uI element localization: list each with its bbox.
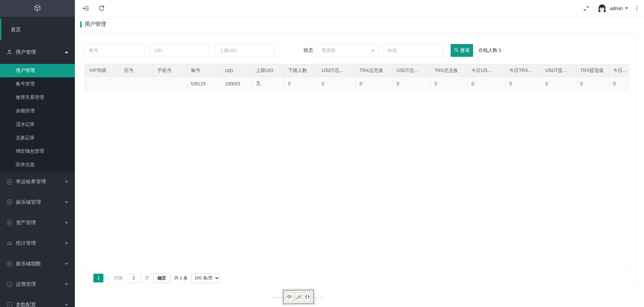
username-label[interactable]: admin (610, 6, 623, 11)
col-header: 今日TRX... (505, 64, 541, 77)
submenu-item-exchange-records[interactable]: 兑换记录 (0, 131, 75, 145)
submenu-item-label: 绑定钱包管理 (16, 148, 44, 154)
submenu-item-wallet-binding[interactable]: 绑定钱包管理 (0, 145, 75, 158)
search-button-label: 搜索 (460, 47, 470, 53)
title-band: 用户管理 (75, 17, 644, 32)
cell-usdt-total-exchange: 0 (393, 77, 430, 90)
time-input[interactable] (383, 44, 443, 57)
sidebar-item-home[interactable]: 首页 (0, 19, 75, 40)
sidebar-item-parameter-config[interactable]: 参数配置 (0, 295, 75, 307)
goto-page-input[interactable] (127, 274, 141, 282)
status-select-placeholder: 请选择 (321, 47, 335, 53)
cell-area-code (120, 77, 153, 90)
confirm-button[interactable]: 确定 (153, 273, 171, 283)
col-header: UID (221, 64, 252, 77)
table-header-row: VIP等级 区号 手机号 账号 UID 上级UID 下级人数 USDT总... … (85, 64, 630, 77)
sidebar-item-label: 用户管理 (16, 49, 65, 55)
stamp-char: 中 (286, 293, 293, 301)
cell-trx-total-exchange: 0 (430, 77, 467, 90)
sidebar-item-statistics[interactable]: 统计管理 (0, 233, 75, 254)
chevron-down-icon (65, 201, 68, 203)
stamp-char: 乄 (295, 293, 302, 301)
cell-phone (153, 77, 187, 90)
next-page-button[interactable]: › (107, 275, 110, 281)
cell-today-withdraw: 0 (609, 77, 630, 90)
current-page-button[interactable]: 1 (93, 274, 103, 282)
avatar[interactable] (597, 4, 607, 13)
sidebar-item-label: 娱乐城期数 (16, 261, 65, 267)
search-button[interactable]: 搜索 (451, 44, 473, 57)
stamp-char: 仆 (304, 293, 311, 301)
title-accent-bar (80, 22, 82, 28)
goto-prefix-label: 到第 (114, 275, 123, 281)
fullscreen-icon[interactable] (583, 5, 589, 11)
col-header: 今日US... (467, 64, 505, 77)
sidebar-item-label: 资产管理 (16, 220, 65, 226)
submenu-item-balance-management[interactable]: 余额管理 (0, 104, 75, 118)
cell-usdt-withdraw: 0 (541, 77, 576, 90)
status-label: 状态 (304, 47, 313, 53)
main-area: admin 用户管理 状态 请选择 搜 (75, 0, 644, 284)
filter-bar: 状态 请选择 搜索 在线人数:1 (85, 44, 630, 57)
cube-logo-icon (34, 4, 41, 13)
sidebar-item-label: 运营管理 (16, 281, 65, 287)
cell-account: fzlli123 (187, 77, 221, 90)
table-row[interactable]: fzlli123 100001 无 0 0 0 0 0 0 0 0 0 0 (85, 77, 630, 90)
col-header: USDT总... (393, 64, 430, 77)
submenu-item-label: 账号管理 (16, 81, 35, 87)
sidebar-item-user-management[interactable]: 用户管理 (0, 40, 75, 64)
sidebar-item-asset-management[interactable]: 资产管理 (0, 213, 75, 233)
submenu-item-label: 区块信息 (16, 162, 35, 168)
page-size-select[interactable]: 100 条/页 (191, 273, 220, 283)
submenu-item-account-management[interactable]: 账号管理 (0, 77, 75, 91)
uid-input[interactable] (150, 44, 210, 57)
cell-vip-level (85, 77, 120, 90)
sidebar-item-casino-management[interactable]: 娱乐城管理 (0, 192, 75, 213)
submenu-item-referral-management[interactable]: 推荐关系管理 (0, 91, 75, 104)
page-title: 用户管理 (85, 21, 106, 28)
submenu-item-user-management[interactable]: 用户管理 (0, 64, 75, 77)
status-select[interactable]: 请选择 (317, 44, 379, 57)
submenu-item-label: 余额管理 (16, 108, 35, 114)
cell-uid: 100001 (221, 77, 252, 90)
sidebar-item-label: 幸运哈希管理 (16, 179, 65, 185)
collapse-menu-icon[interactable] (82, 6, 89, 11)
active-stripe (0, 19, 1, 40)
pagination: ‹ 1 › 到第 页 确定 共 1 条 100 条/页 (85, 272, 630, 284)
user-management-submenu: 用户管理 账号管理 推荐关系管理 余额管理 流水记录 兑换记录 绑定钱包管理 区… (0, 64, 75, 171)
sidebar-item-casino-periods[interactable]: 娱乐城期数 (0, 254, 75, 274)
cell-usdt-total-deposit: 0 (318, 77, 356, 90)
sidebar-item-label: 统计管理 (16, 240, 65, 246)
table-scroll-container[interactable]: VIP等级 区号 手机号 账号 UID 上级UID 下级人数 USDT总... … (85, 64, 630, 272)
submenu-item-label: 兑换记录 (16, 135, 35, 141)
col-header: 今日... (609, 64, 630, 77)
col-header: TRX总兑换 (430, 64, 467, 77)
chevron-down-icon (65, 181, 68, 183)
chevron-down-icon[interactable] (625, 7, 628, 9)
info-icon (6, 302, 13, 307)
submenu-item-label: 用户管理 (16, 68, 35, 74)
sidebar-item-label: 首页 (11, 27, 21, 33)
col-header: USDT提... (541, 64, 576, 77)
chevron-down-icon (65, 242, 68, 244)
yen-icon (6, 220, 13, 226)
cell-parent-uid: 无 (252, 77, 284, 90)
user-icon (6, 49, 13, 55)
gauge-icon (6, 240, 13, 246)
topbar: admin (75, 0, 644, 17)
cell-today-trx: 0 (505, 77, 541, 90)
parent-uid-input[interactable] (215, 44, 275, 57)
sidebar-item-lucky-hash[interactable]: 幸运哈希管理 (0, 171, 75, 192)
more-menu-icon[interactable] (636, 6, 637, 11)
refresh-icon[interactable] (98, 5, 105, 11)
cell-today-usdt: 0 (467, 77, 505, 90)
submenu-item-block-info[interactable]: 区块信息 (0, 158, 75, 171)
cell-trx-total-deposit: 0 (356, 77, 393, 90)
sidebar-item-operations[interactable]: 运营管理 (0, 274, 75, 295)
prev-page-button[interactable]: ‹ (87, 275, 90, 281)
online-count-label: 在线人数:1 (478, 47, 501, 53)
account-input[interactable] (85, 44, 144, 57)
logo-bar (0, 0, 75, 17)
sidebar: 首页 用户管理 用户管理 账号管理 推荐关系管理 余额管理 (0, 0, 75, 307)
submenu-item-flow-records[interactable]: 流水记录 (0, 118, 75, 131)
